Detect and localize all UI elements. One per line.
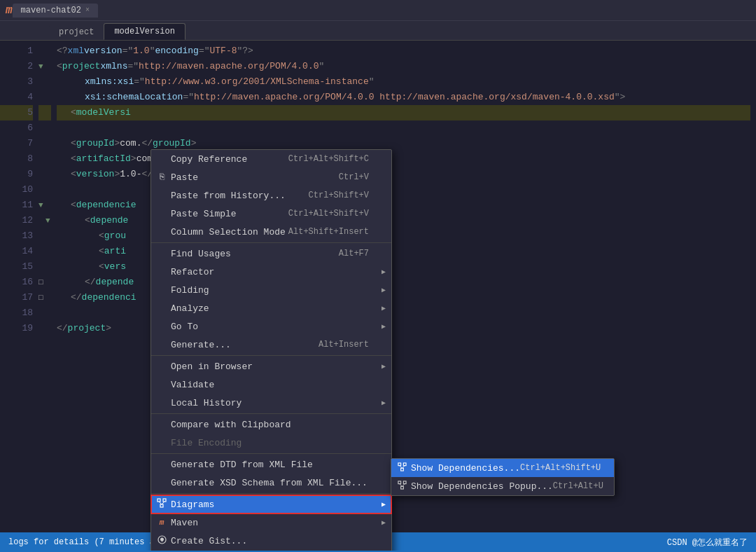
menu-folding[interactable]: Folding	[151, 281, 391, 299]
separator-2	[151, 355, 391, 356]
code-line-2: <project xmlns="http://maven.apache.org/…	[57, 59, 750, 74]
menu-goto[interactable]: Go To	[151, 317, 391, 336]
github-icon	[155, 535, 168, 547]
code-line-4: xsi:schemaLocation="http://maven.apache.…	[57, 90, 750, 105]
diagrams-icon	[155, 498, 168, 511]
maven-icon: m	[6, 4, 13, 17]
menu-validate[interactable]: Validate	[151, 375, 391, 394]
submenu-show-dependencies[interactable]: Show Dependencies... Ctrl+Alt+Shift+U	[391, 459, 614, 477]
menu-paste-history[interactable]: Paste from History... Ctrl+Shift+V	[151, 186, 391, 205]
tab-project[interactable]: project	[49, 25, 104, 40]
svg-line-10	[402, 465, 405, 468]
submenu-show-dependencies-popup[interactable]: Show Dependencies Popup... Ctrl+Alt+U	[391, 477, 614, 495]
separator-1	[151, 242, 391, 243]
svg-rect-6	[398, 462, 400, 465]
paste-icon: ⎘	[155, 172, 168, 182]
svg-rect-0	[158, 499, 160, 502]
code-line-5: <modelVersi	[57, 105, 750, 120]
file-name: maven-chat02	[21, 6, 81, 15]
svg-line-15	[402, 483, 405, 486]
menu-local-history[interactable]: Local History	[151, 394, 391, 412]
svg-rect-2	[160, 504, 163, 507]
menu-column-selection[interactable]: Column Selection Mode Alt+Shift+Insert	[151, 223, 391, 241]
status-left-text: logs for details (7 minutes ago)	[8, 537, 169, 547]
separator-5	[151, 493, 391, 494]
maven-menu-icon: m	[155, 518, 168, 527]
code-line-1: <?xml version="1.0" encoding="UTF-8" ?>	[57, 43, 750, 59]
title-bar: m maven-chat02 ×	[0, 0, 756, 21]
menu-paste[interactable]: ⎘ Paste Ctrl+V	[151, 168, 391, 186]
status-right-text: CSDN @怎么就重名了	[667, 537, 748, 548]
menu-analyze[interactable]: Analyze	[151, 299, 391, 317]
line-numbers: 1 2 3 4 5 6 7 8 9 10 11 12 13 14 15 16 1…	[0, 41, 38, 336]
status-left: logs for details (7 minutes ago)	[8, 537, 169, 547]
menu-update-zk: Update ZK Node	[151, 550, 391, 551]
menu-maven[interactable]: m Maven	[151, 513, 391, 532]
status-right: CSDN @怎么就重名了	[667, 537, 748, 548]
menu-generate-dtd[interactable]: Generate DTD from XML File	[151, 455, 391, 474]
menu-create-gist[interactable]: Create Gist...	[151, 532, 391, 550]
editor-area: 1 2 3 4 5 6 7 8 9 10 11 12 13 14 15 16 1…	[0, 41, 756, 551]
menu-copy-reference[interactable]: Copy Reference Ctrl+Alt+Shift+C	[151, 150, 391, 168]
svg-rect-1	[163, 499, 166, 502]
menu-generate[interactable]: Generate... Alt+Insert	[151, 336, 391, 354]
menu-find-usages[interactable]: Find Usages Alt+F7	[151, 244, 391, 263]
menu-file-encoding: File Encoding	[151, 434, 391, 452]
code-line-3: xmlns:xsi="http://www.w3.org/2001/XMLSch…	[57, 74, 750, 90]
gutter-markers: ▼ ▼ ▼ □ □	[38, 41, 51, 336]
diagrams-section: Diagrams	[151, 495, 391, 513]
menu-generate-xsd[interactable]: Generate XSD Schema from XML File...	[151, 474, 391, 492]
menu-open-browser[interactable]: Open in Browser	[151, 357, 391, 375]
menu-compare-clipboard[interactable]: Compare with Clipboard	[151, 415, 391, 434]
menu-paste-simple[interactable]: Paste Simple Ctrl+Alt+Shift+V	[151, 205, 391, 223]
svg-rect-8	[400, 468, 403, 471]
menu-refactor[interactable]: Refactor	[151, 263, 391, 281]
context-menu: Copy Reference Ctrl+Alt+Shift+C ⎘ Paste …	[150, 149, 392, 551]
separator-4	[151, 453, 391, 454]
svg-rect-12	[403, 481, 406, 483]
diagrams-submenu: Show Dependencies... Ctrl+Alt+Shift+U Sh…	[391, 458, 615, 496]
menu-diagrams[interactable]: Diagrams	[151, 495, 391, 513]
separator-3	[151, 413, 391, 414]
svg-line-9	[399, 465, 402, 468]
tab-bar: project modelVersion	[0, 21, 756, 41]
submenu-diagram-icon1	[396, 462, 408, 474]
code-line-6	[57, 120, 750, 136]
close-tab-button[interactable]: ×	[85, 6, 90, 14]
submenu-diagram-icon2	[396, 481, 408, 492]
title-tab[interactable]: maven-chat02 ×	[13, 4, 98, 18]
svg-rect-13	[400, 486, 403, 489]
svg-line-14	[399, 483, 402, 486]
svg-rect-11	[398, 481, 400, 483]
svg-rect-7	[403, 462, 406, 465]
tab-modelVersion[interactable]: modelVersion	[104, 23, 185, 40]
